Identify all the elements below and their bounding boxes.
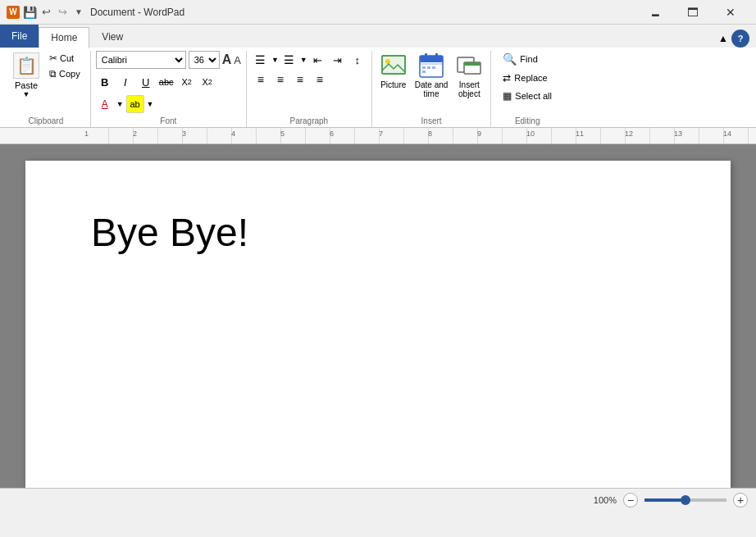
tab-view[interactable]: View: [89, 26, 135, 48]
font-face-select[interactable]: Calibri: [96, 51, 186, 69]
numbering-button[interactable]: ☰: [280, 51, 298, 69]
window-controls[interactable]: 🗕 🗖 ✕: [636, 0, 749, 25]
list-buttons: ☰ ▼ ☰ ▼ ⇤ ⇥ ↕: [252, 51, 367, 69]
object-button[interactable]: Insert object: [453, 51, 485, 100]
picture-button[interactable]: Picture: [377, 51, 410, 91]
object-icon: [456, 52, 482, 79]
undo-icon[interactable]: ↩: [39, 6, 52, 19]
insert-label: Insert: [421, 116, 442, 125]
superscript-button[interactable]: X2: [198, 73, 216, 91]
datetime-button[interactable]: Date and time: [412, 51, 452, 100]
font-row2: B I U abc X2 X2: [96, 73, 216, 91]
redo-icon[interactable]: ↪: [56, 6, 69, 19]
help-button[interactable]: ?: [731, 30, 749, 48]
subscript-button[interactable]: X2: [178, 73, 196, 91]
editing-group: 🔍 Find ⇄ Replace ▦ Select all Editing: [491, 51, 563, 127]
zoom-slider-fill: [644, 498, 685, 502]
editing-label: Editing: [515, 116, 540, 125]
select-all-button[interactable]: ▦ Select all: [498, 89, 557, 103]
cut-copy-buttons: ✂ Cut ⧉ Copy: [46, 51, 84, 81]
zoom-slider-thumb[interactable]: [681, 495, 690, 505]
status-bar: 100% − +: [0, 488, 756, 511]
font-row1: Calibri 36 A A: [96, 51, 241, 69]
highlight-button[interactable]: ab: [126, 95, 144, 113]
font-group: Calibri 36 A A B I U abc X2 X2 A ▼ ab ▼: [91, 51, 247, 127]
underline-button[interactable]: U: [137, 73, 155, 91]
increase-indent-button[interactable]: ⇥: [329, 51, 347, 69]
bold-button[interactable]: B: [96, 73, 114, 91]
highlight-dropdown-icon[interactable]: ▼: [147, 100, 154, 108]
save-icon[interactable]: 💾: [23, 6, 36, 19]
paste-icon: 📋: [13, 52, 39, 79]
strikethrough-button[interactable]: abc: [157, 73, 175, 91]
cut-button[interactable]: ✂ Cut: [46, 51, 84, 66]
ribbon-right: ▲ ?: [718, 30, 756, 48]
svg-rect-4: [420, 56, 443, 62]
paragraph-label: Paragraph: [289, 116, 328, 125]
copy-button[interactable]: ⧉ Copy: [46, 66, 84, 81]
find-button[interactable]: 🔍 Find: [498, 51, 542, 67]
svg-rect-8: [422, 66, 426, 69]
svg-rect-11: [422, 71, 426, 73]
svg-rect-0: [382, 56, 405, 74]
minimize-button[interactable]: 🗕: [636, 0, 674, 25]
decrease-indent-button[interactable]: ⇤: [309, 51, 327, 69]
justify-button[interactable]: ≡: [311, 71, 329, 89]
tab-file[interactable]: File: [0, 25, 39, 48]
document-area[interactable]: Bye Bye!: [0, 144, 756, 488]
copy-icon: ⧉: [49, 68, 57, 80]
window-title: Document - WordPad: [90, 7, 184, 18]
document-page[interactable]: Bye Bye!: [25, 161, 731, 488]
font-color-dropdown-icon[interactable]: ▼: [116, 100, 124, 108]
svg-rect-6: [435, 53, 438, 58]
object-label: Insert object: [458, 80, 480, 98]
close-button[interactable]: ✕: [712, 0, 749, 25]
align-right-button[interactable]: ≡: [291, 71, 309, 89]
ribbon-tabs: File Home View ▲ ?: [0, 25, 756, 48]
font-row3: A ▼ ab ▼: [96, 95, 154, 113]
select-all-icon: ▦: [503, 90, 512, 102]
align-left-button[interactable]: ≡: [252, 71, 270, 89]
ruler-marks: 1 2 3 4 5 6 7 8 9 10 11 12 13 14: [84, 128, 756, 143]
font-label: Font: [160, 116, 176, 125]
zoom-out-button[interactable]: −: [623, 493, 638, 507]
numbering-dropdown-icon[interactable]: ▼: [300, 56, 307, 64]
insert-group: Picture Date and time: [372, 51, 492, 127]
find-icon: 🔍: [503, 52, 517, 66]
clipboard-group: 📋 Paste ▼ ✂ Cut ⧉ Copy Clipboard: [3, 51, 91, 127]
ruler: 1 2 3 4 5 6 7 8 9 10 11 12 13 14: [0, 128, 756, 144]
font-grow-button[interactable]: A: [222, 52, 232, 67]
font-size-select[interactable]: 36: [189, 51, 220, 69]
paste-label: Paste: [15, 80, 38, 90]
paste-dropdown-icon[interactable]: ▼: [23, 90, 30, 98]
maximize-button[interactable]: 🗖: [674, 0, 712, 25]
font-color-button[interactable]: A: [96, 95, 114, 113]
document-content[interactable]: Bye Bye!: [91, 210, 665, 255]
datetime-icon: [418, 52, 444, 79]
title-bar-left: W 💾 ↩ ↪ ▼ Document - WordPad: [7, 6, 184, 19]
picture-icon: [380, 52, 407, 79]
zoom-in-button[interactable]: +: [733, 493, 748, 507]
collapse-ribbon-icon[interactable]: ▲: [718, 33, 728, 44]
replace-button[interactable]: ⇄ Replace: [498, 71, 552, 85]
paste-button[interactable]: 📋 Paste ▼: [8, 51, 44, 100]
title-bar: W 💾 ↩ ↪ ▼ Document - WordPad 🗕 🗖 ✕: [0, 0, 756, 25]
datetime-label: Date and time: [415, 80, 449, 98]
italic-button[interactable]: I: [116, 73, 134, 91]
clipboard-label: Clipboard: [28, 116, 63, 125]
ruler-inner: 1 2 3 4 5 6 7 8 9 10 11 12 13 14: [84, 128, 756, 143]
zoom-slider[interactable]: [644, 498, 726, 502]
ribbon: 📋 Paste ▼ ✂ Cut ⧉ Copy Clipboard Cal: [0, 48, 756, 128]
font-shrink-button[interactable]: A: [234, 54, 241, 66]
bullets-button[interactable]: ☰: [252, 51, 270, 69]
line-spacing-button[interactable]: ↕: [348, 51, 367, 69]
customize-icon[interactable]: ▼: [72, 6, 85, 19]
align-center-button[interactable]: ≡: [271, 71, 289, 89]
svg-rect-10: [432, 66, 435, 69]
quick-access-toolbar: W 💾 ↩ ↪ ▼: [7, 6, 85, 19]
replace-icon: ⇄: [503, 72, 511, 84]
picture-label: Picture: [380, 80, 406, 89]
zoom-percent: 100%: [594, 495, 617, 505]
tab-home[interactable]: Home: [39, 27, 89, 48]
bullets-dropdown-icon[interactable]: ▼: [271, 56, 279, 64]
